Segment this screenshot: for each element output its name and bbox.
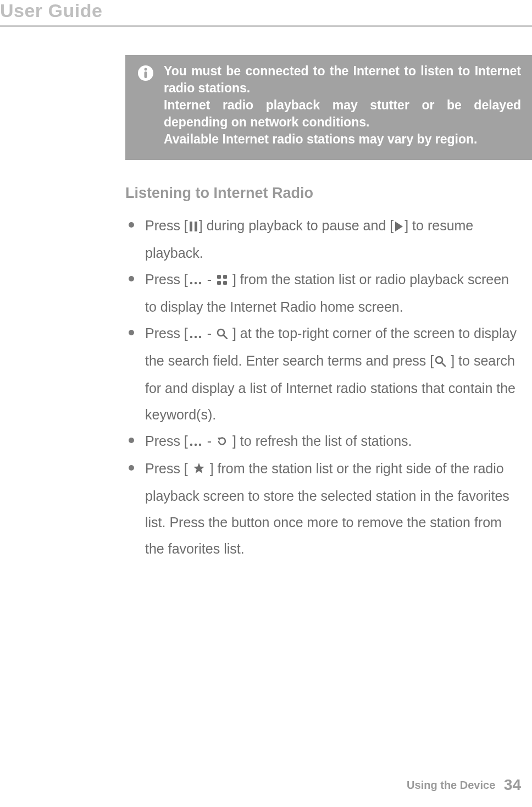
callout-line: Internet radio playback may stutter or b… [164,97,521,131]
footer: Using the Device 34 [407,776,521,794]
more-dots-icon [189,429,202,455]
refresh-icon [217,429,228,455]
svg-point-1 [145,68,147,71]
text: Press [ [145,272,188,287]
text: Press [ [145,433,188,449]
text: ] during playback to pause and [ [199,218,394,233]
search-icon [217,321,228,347]
search-icon [435,349,446,375]
grid-home-icon [217,267,228,294]
svg-point-6 [190,282,192,284]
more-dots-icon [189,321,202,347]
svg-point-21 [195,444,197,446]
svg-marker-23 [218,438,221,441]
text: Press [ [145,461,192,476]
bullet-dot [129,465,134,471]
footer-section-label: Using the Device [407,779,495,791]
svg-rect-9 [217,275,221,279]
pause-icon [189,213,198,240]
page-number: 34 [504,776,521,793]
page-title: User Guide [0,0,102,21]
svg-rect-2 [145,71,147,78]
list-item: Press [ - ] from the station list or rad… [125,266,521,320]
instruction-list: Press [] during playback to pause and []… [125,212,521,562]
text: - [203,433,215,449]
more-dots-icon [189,267,202,294]
alert-icon [137,65,154,81]
svg-marker-24 [193,463,204,473]
callout-line: Available Internet radio stations may va… [164,131,521,148]
svg-point-15 [199,336,201,338]
list-item: Press [ - ] to refresh the list of stati… [125,428,521,455]
svg-rect-4 [195,222,197,231]
svg-point-14 [195,336,197,338]
list-item: Press [ - ] at the top-right corner of t… [125,320,521,428]
bullet-dot [129,438,134,443]
svg-point-22 [199,444,201,446]
svg-point-7 [195,282,197,284]
text: Press [ [145,325,188,341]
svg-point-20 [190,444,192,446]
svg-line-17 [224,335,227,339]
svg-point-13 [190,336,192,338]
svg-rect-10 [223,275,227,279]
svg-point-8 [199,282,201,284]
bullet-dot [129,276,134,281]
play-icon [395,213,403,240]
text: - [203,272,215,287]
svg-line-19 [442,363,445,366]
svg-rect-3 [190,222,192,231]
info-callout: You must be connected to the Internet to… [125,55,532,160]
text: Press [ [145,218,188,233]
text: - [203,325,215,341]
star-icon [193,456,205,483]
svg-rect-11 [217,281,221,285]
text: ] to refresh the list of stations. [229,433,412,449]
svg-rect-12 [223,281,227,285]
horizontal-rule [0,25,532,27]
callout-line: You must be connected to the Internet to… [164,63,521,97]
section-heading: Listening to Internet Radio [125,185,313,202]
list-item: Press [ ] from the station list or the r… [125,455,521,562]
svg-marker-5 [395,222,403,231]
bullet-dot [129,222,134,228]
bullet-dot [129,330,134,335]
list-item: Press [] during playback to pause and []… [125,212,521,266]
